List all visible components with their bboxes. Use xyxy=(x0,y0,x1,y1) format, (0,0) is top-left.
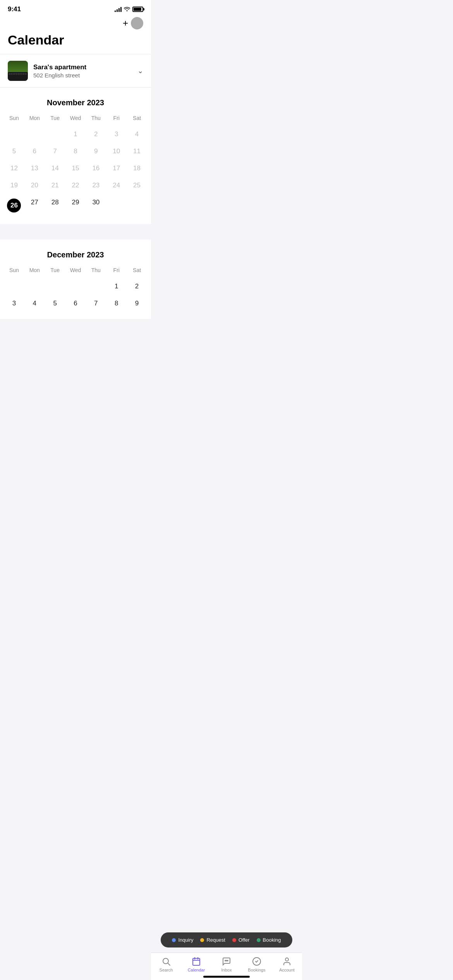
calendar-day[interactable] xyxy=(24,279,45,294)
property-image xyxy=(8,61,28,81)
december-day-headers: Sun Mon Tue Wed Thu Fri Sat xyxy=(4,266,147,275)
calendar-day[interactable]: 1 xyxy=(65,127,86,142)
battery-icon xyxy=(132,7,143,12)
calendar-day[interactable] xyxy=(127,195,147,216)
dec-day-header-tue: Tue xyxy=(45,266,65,275)
property-selector[interactable]: Sara's apartment 502 English street ⌄ xyxy=(0,55,151,87)
calendar-day[interactable]: 1 xyxy=(106,279,127,294)
dec-day-header-mon: Mon xyxy=(24,266,45,275)
calendar-day[interactable]: 24 xyxy=(106,178,127,193)
calendar-day[interactable]: 16 xyxy=(86,161,106,176)
page-title: Calendar xyxy=(8,33,143,48)
calendar-day[interactable]: 5 xyxy=(45,296,65,311)
property-info: Sara's apartment 502 English street xyxy=(33,63,132,79)
calendar-day[interactable]: 6 xyxy=(65,296,86,311)
november-title: November 2023 xyxy=(0,87,151,113)
december-grid: Sun Mon Tue Wed Thu Fri Sat 123456789 xyxy=(0,266,151,319)
signal-icon xyxy=(115,7,122,12)
chevron-down-icon[interactable]: ⌄ xyxy=(137,67,143,75)
dec-day-header-sat: Sat xyxy=(127,266,147,275)
dec-day-header-thu: Thu xyxy=(86,266,106,275)
calendar-day[interactable] xyxy=(45,127,65,142)
calendar-day[interactable]: 15 xyxy=(65,161,86,176)
december-section: December 2023 Sun Mon Tue Wed Thu Fri Sa… xyxy=(0,240,151,319)
add-button[interactable]: + xyxy=(123,19,128,28)
calendar-day[interactable]: 3 xyxy=(4,296,24,311)
day-header-wed: Wed xyxy=(65,113,86,123)
property-name: Sara's apartment xyxy=(33,63,132,71)
november-grid: Sun Mon Tue Wed Thu Fri Sat 123456789101… xyxy=(0,113,151,224)
calendar-day[interactable]: 2 xyxy=(127,279,147,294)
calendar-day[interactable]: 17 xyxy=(106,161,127,176)
calendar-day[interactable]: 22 xyxy=(65,178,86,193)
calendar-day[interactable]: 3 xyxy=(106,127,127,142)
calendar-day[interactable]: 20 xyxy=(24,178,45,193)
status-icons xyxy=(115,6,143,12)
calendar-day[interactable] xyxy=(24,127,45,142)
dec-day-header-fri: Fri xyxy=(106,266,127,275)
calendar-day[interactable]: 9 xyxy=(86,144,106,159)
calendar-day[interactable]: 14 xyxy=(45,161,65,176)
day-header-fri: Fri xyxy=(106,113,127,123)
header: + ··· Calendar xyxy=(0,15,151,54)
month-separator xyxy=(0,224,151,240)
profile-avatar[interactable] xyxy=(131,17,143,29)
december-title: December 2023 xyxy=(0,240,151,266)
calendar-day[interactable]: 8 xyxy=(106,296,127,311)
status-time: 9:41 xyxy=(8,5,21,13)
november-day-headers: Sun Mon Tue Wed Thu Fri Sat xyxy=(4,113,147,123)
status-bar: 9:41 xyxy=(0,0,151,15)
calendar-day[interactable]: 19 xyxy=(4,178,24,193)
calendar-scroll-area: November 2023 Sun Mon Tue Wed Thu Fri Sa… xyxy=(0,87,151,389)
calendar-day[interactable]: 7 xyxy=(86,296,106,311)
calendar-day[interactable]: 2 xyxy=(86,127,106,142)
calendar-day[interactable]: 21 xyxy=(45,178,65,193)
calendar-day[interactable]: 29 xyxy=(65,195,86,216)
calendar-day[interactable]: 23 xyxy=(86,178,106,193)
calendar-day[interactable] xyxy=(4,279,24,294)
calendar-day[interactable] xyxy=(65,279,86,294)
dec-day-header-sun: Sun xyxy=(4,266,24,275)
calendar-day[interactable]: 7 xyxy=(45,144,65,159)
calendar-day[interactable]: 12 xyxy=(4,161,24,176)
day-header-thu: Thu xyxy=(86,113,106,123)
calendar-day[interactable]: 11 xyxy=(127,144,147,159)
calendar-day[interactable]: 6 xyxy=(24,144,45,159)
dec-day-header-wed: Wed xyxy=(65,266,86,275)
calendar-day[interactable]: 26 xyxy=(4,195,24,216)
day-header-mon: Mon xyxy=(24,113,45,123)
property-address: 502 English street xyxy=(33,72,132,79)
day-header-sat: Sat xyxy=(127,113,147,123)
calendar-day[interactable]: 8 xyxy=(65,144,86,159)
calendar-day[interactable]: 10 xyxy=(106,144,127,159)
calendar-day[interactable]: 18 xyxy=(127,161,147,176)
calendar-day[interactable]: 4 xyxy=(127,127,147,142)
calendar-day[interactable] xyxy=(4,127,24,142)
december-days: 123456789 xyxy=(4,279,147,311)
calendar-day[interactable]: 4 xyxy=(24,296,45,311)
calendar-day[interactable]: 27 xyxy=(24,195,45,216)
calendar-day[interactable] xyxy=(86,279,106,294)
calendar-day[interactable]: 30 xyxy=(86,195,106,216)
day-header-sun: Sun xyxy=(4,113,24,123)
calendar-day[interactable] xyxy=(106,195,127,216)
day-header-tue: Tue xyxy=(45,113,65,123)
calendar-day[interactable]: 9 xyxy=(127,296,147,311)
november-days: 1234567891011121314151617181920212223242… xyxy=(4,127,147,216)
calendar-day[interactable]: 13 xyxy=(24,161,45,176)
november-section: November 2023 Sun Mon Tue Wed Thu Fri Sa… xyxy=(0,87,151,224)
calendar-day[interactable]: 5 xyxy=(4,144,24,159)
wifi-icon xyxy=(124,6,130,12)
calendar-day[interactable] xyxy=(45,279,65,294)
calendar-day[interactable]: 25 xyxy=(127,178,147,193)
calendar-day[interactable]: 28 xyxy=(45,195,65,216)
